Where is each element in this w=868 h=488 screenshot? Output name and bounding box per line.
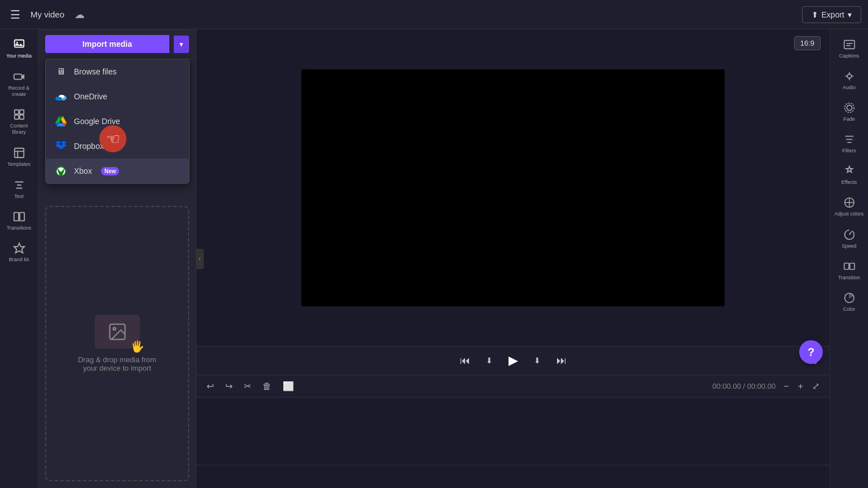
sidebar-label-brand-kit: Brand kit bbox=[9, 257, 29, 262]
onedrive-icon bbox=[55, 90, 67, 103]
dropbox-label: Dropbox bbox=[74, 142, 104, 151]
sidebar-label-record-create: Record & create bbox=[5, 85, 34, 98]
color-icon bbox=[843, 292, 856, 304]
zoom-out-button[interactable]: − bbox=[780, 379, 792, 394]
import-dropdown-button[interactable]: ▾ bbox=[174, 36, 189, 53]
svg-rect-11 bbox=[19, 212, 24, 221]
drop-zone-text: Drag & drop media from your device to im… bbox=[78, 355, 156, 372]
sidebar-label-templates: Templates bbox=[7, 161, 30, 168]
sidebar-item-templates[interactable]: Templates bbox=[2, 142, 36, 172]
right-sidebar-item-speed[interactable]: Speed bbox=[832, 224, 866, 253]
fit-timeline-button[interactable]: ⤢ bbox=[809, 379, 823, 394]
video-canvas bbox=[301, 69, 725, 306]
browse-files-label: Browse files bbox=[74, 67, 116, 76]
right-sidebar-item-audio[interactable]: Audio bbox=[832, 65, 866, 95]
svg-rect-30 bbox=[844, 263, 848, 269]
import-dropdown-menu: 🖥 Browse files OneDrive bbox=[45, 59, 190, 184]
right-sidebar-item-filters[interactable]: Filters bbox=[832, 129, 866, 158]
skip-to-start-button[interactable]: ⏮ bbox=[457, 351, 474, 370]
add-track-button[interactable]: ⬜ bbox=[279, 379, 297, 394]
svg-point-24 bbox=[844, 103, 854, 113]
right-sidebar: Captions Audio Fade Filters bbox=[830, 29, 868, 488]
center-area: 16:9 ⏮ ⬇ ▶ ⬇ ⏭ ⛶ ↩ ↪ ✂ 🗑 ⬜ 00:00.00 / 00… bbox=[196, 29, 830, 488]
svg-rect-7 bbox=[14, 148, 24, 158]
menu-button[interactable]: ☰ bbox=[7, 5, 24, 25]
filters-label: Filters bbox=[842, 148, 856, 153]
right-sidebar-item-captions[interactable]: Captions bbox=[832, 34, 866, 63]
main-area: Your media Record & create Content libra… bbox=[0, 29, 868, 488]
sidebar-item-your-media[interactable]: Your media bbox=[2, 34, 36, 64]
svg-point-25 bbox=[847, 105, 852, 110]
timeline-zoom-controls: − + ⤢ bbox=[780, 379, 823, 394]
image-placeholder-icon bbox=[107, 322, 128, 342]
playback-controls: ⏮ ⬇ ▶ ⬇ ⏭ ⛶ bbox=[196, 346, 830, 375]
play-button[interactable]: ▶ bbox=[505, 350, 521, 371]
right-sidebar-item-color[interactable]: Color bbox=[832, 287, 866, 316]
import-media-button[interactable]: Import media bbox=[45, 35, 169, 53]
browse-files-icon: 🖥 bbox=[55, 65, 67, 78]
xbox-icon bbox=[55, 165, 67, 177]
text-icon bbox=[13, 179, 25, 191]
captions-icon bbox=[843, 38, 856, 51]
svg-rect-20 bbox=[844, 41, 854, 49]
cut-button[interactable]: ✂ bbox=[240, 379, 255, 394]
undo-button[interactable]: ↩ bbox=[203, 379, 217, 394]
brand-icon bbox=[13, 242, 25, 254]
sidebar-item-content-library[interactable]: Content library bbox=[2, 104, 36, 140]
export-icon: ⬆ bbox=[812, 10, 818, 19]
zoom-in-button[interactable]: + bbox=[795, 379, 806, 394]
sidebar-label-your-media: Your media bbox=[6, 53, 32, 59]
delete-button[interactable]: 🗑 bbox=[259, 379, 275, 394]
dropdown-item-browse-files[interactable]: 🖥 Browse files bbox=[46, 59, 189, 84]
fade-icon bbox=[843, 102, 856, 114]
svg-rect-2 bbox=[14, 74, 21, 79]
fade-label: Fade bbox=[843, 116, 855, 122]
left-sidebar: Your media Record & create Content libra… bbox=[0, 29, 38, 488]
svg-rect-3 bbox=[14, 110, 18, 114]
top-bar-left: ☰ My video ☁ bbox=[7, 5, 85, 25]
export-button[interactable]: ⬆ Export ▾ bbox=[802, 6, 861, 23]
dropdown-item-dropbox[interactable]: Dropbox bbox=[46, 134, 189, 159]
sidebar-item-record-create[interactable]: Record & create bbox=[2, 66, 36, 102]
sidebar-label-content-library: Content library bbox=[5, 123, 34, 135]
right-sidebar-item-effects[interactable]: Effects bbox=[832, 160, 866, 190]
dropdown-item-google-drive[interactable]: Google Drive bbox=[46, 109, 189, 134]
svg-rect-31 bbox=[849, 263, 854, 269]
effects-label: Effects bbox=[841, 179, 857, 185]
audio-icon bbox=[843, 70, 856, 82]
export-dropdown-icon: ▾ bbox=[848, 10, 852, 19]
aspect-ratio-button[interactable]: 16:9 bbox=[794, 36, 821, 50]
svg-rect-10 bbox=[14, 212, 18, 221]
right-sidebar-item-fade[interactable]: Fade bbox=[832, 97, 866, 126]
save-icon: ☁ bbox=[74, 8, 85, 21]
frame-back-button[interactable]: ⬇ bbox=[483, 353, 496, 368]
svg-point-19 bbox=[113, 328, 116, 331]
drop-image-placeholder: 🖐 bbox=[95, 315, 140, 349]
timeline-footer bbox=[196, 465, 830, 488]
cursor-hand-icon: 🖐 bbox=[130, 340, 144, 353]
transition-icon bbox=[843, 260, 856, 272]
media-panel: Import media ▾ 🖥 Browse files bbox=[38, 29, 196, 488]
transition-label: Transition bbox=[838, 275, 860, 280]
sidebar-item-brand-kit[interactable]: Brand kit bbox=[2, 238, 36, 267]
help-button[interactable]: ? bbox=[799, 340, 823, 364]
skip-to-end-button[interactable]: ⏭ bbox=[553, 351, 570, 370]
sidebar-item-transitions[interactable]: Transitions bbox=[2, 206, 36, 235]
frame-forward-button[interactable]: ⬇ bbox=[531, 353, 544, 368]
drop-zone[interactable]: 🖐 Drag & drop media from your device to … bbox=[45, 206, 189, 481]
sidebar-item-text[interactable]: Text bbox=[2, 174, 36, 204]
redo-button[interactable]: ↪ bbox=[222, 379, 236, 394]
panel-collapse-arrow[interactable]: ‹ bbox=[196, 249, 204, 269]
timeline-area: ↩ ↪ ✂ 🗑 ⬜ 00:00.00 / 00:00.00 − + ⤢ bbox=[196, 375, 830, 488]
effects-icon bbox=[843, 165, 856, 177]
onedrive-label: OneDrive bbox=[74, 92, 107, 101]
right-sidebar-item-transition[interactable]: Transition bbox=[832, 256, 866, 285]
dropdown-item-onedrive[interactable]: OneDrive bbox=[46, 84, 189, 109]
export-label: Export bbox=[822, 10, 844, 19]
project-title: My video bbox=[30, 10, 64, 19]
adjust-colors-icon bbox=[843, 196, 856, 209]
video-preview-area: 16:9 bbox=[196, 29, 830, 346]
svg-rect-4 bbox=[19, 110, 23, 114]
right-sidebar-item-adjust-colors[interactable]: Adjust colors bbox=[832, 192, 866, 222]
dropdown-item-xbox[interactable]: Xbox New bbox=[46, 159, 189, 183]
